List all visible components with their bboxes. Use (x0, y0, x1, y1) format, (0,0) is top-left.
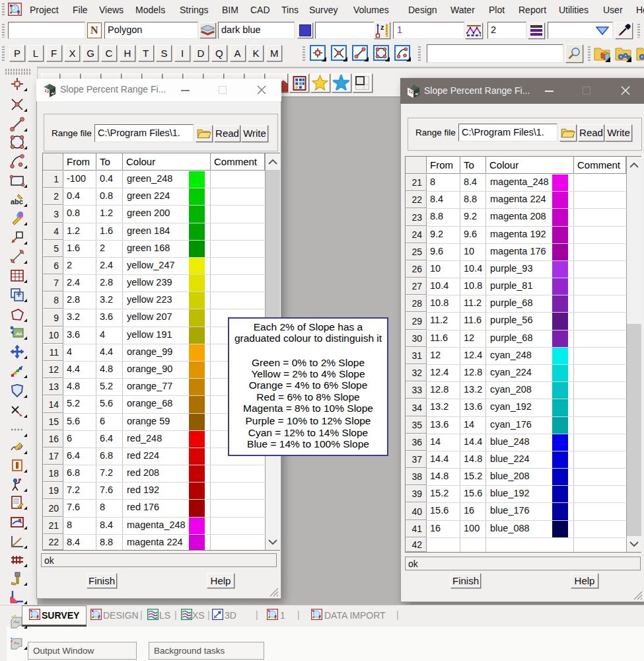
svg-text:z: z (380, 23, 384, 31)
